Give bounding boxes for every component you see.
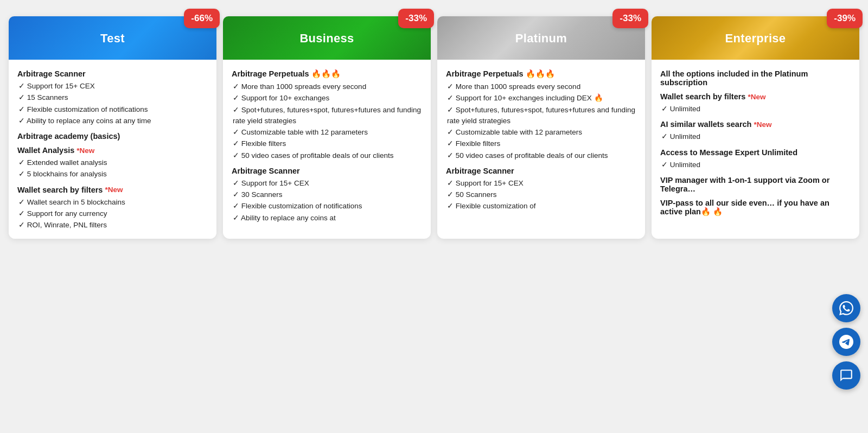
section-title-text-enterprise-1: Wallet search by filters xyxy=(660,92,745,101)
new-badge-enterprise-2: *New xyxy=(754,120,771,129)
card-enterprise: -39%EnterpriseAll the options included i… xyxy=(652,16,859,239)
section-title-text-test-3: Wallet search by filters xyxy=(17,186,103,194)
feature-item-platinum-1-2: ✓ Flexible customization of xyxy=(446,201,636,212)
feature-item-enterprise-3-0: ✓ Unlimited xyxy=(660,160,851,170)
section-title-text-enterprise-0: All the options included in the Platinum… xyxy=(660,69,851,87)
telegram-fab[interactable] xyxy=(832,328,860,356)
section-title-test-0: Arbitrage Scanner xyxy=(17,69,208,78)
discount-badge-business: -33% xyxy=(398,9,434,28)
discount-badge-platinum: -33% xyxy=(612,9,648,28)
section-title-enterprise-1: Wallet search by filters *New xyxy=(660,92,851,101)
section-title-text-test-0: Arbitrage Scanner xyxy=(17,69,86,78)
card-platinum: -33%PlatinumArbitrage Perpetuals 🔥🔥🔥✓ Mo… xyxy=(437,16,645,239)
section-title-text-business-0: Arbitrage Perpetuals 🔥🔥🔥 xyxy=(232,69,341,79)
new-badge-test-2: *New xyxy=(76,147,94,155)
section-title-test-3: Wallet search by filters *New xyxy=(17,186,208,194)
feature-item-business-0-2: ✓ Spot+futures, futures+spot, futures+fu… xyxy=(232,105,422,127)
new-badge-enterprise-1: *New xyxy=(748,93,765,101)
card-header-business: -33%Business xyxy=(223,16,431,60)
feature-item-enterprise-1-0: ✓ Unlimited xyxy=(660,104,851,114)
section-title-business-1: Arbitrage Scanner xyxy=(232,167,422,175)
feature-item-business-0-5: ✓ 50 video cases of profitable deals of … xyxy=(232,150,422,161)
feature-item-test-3-2: ✓ ROI, Winrate, PNL filters xyxy=(17,220,208,231)
feature-item-business-0-4: ✓ Flexible filters xyxy=(232,138,422,149)
card-body-business: Arbitrage Perpetuals 🔥🔥🔥✓ More than 1000… xyxy=(223,60,431,232)
card-body-test: Arbitrage Scanner✓ Support for 15+ CEX✓ … xyxy=(9,60,216,239)
feature-item-business-1-0: ✓ Support for 15+ CEX xyxy=(232,178,422,189)
section-title-text-test-1: Arbitrage academy (basics) xyxy=(17,132,120,141)
section-title-enterprise-4: VIP manager with 1-on-1 support via Zoom… xyxy=(660,176,851,193)
section-title-text-enterprise-2: AI similar wallets search xyxy=(660,120,751,129)
feature-item-business-1-2: ✓ Flexible customization of notification… xyxy=(232,201,422,212)
feature-item-platinum-1-1: ✓ 50 Scanners xyxy=(446,189,636,200)
card-title-enterprise: Enterprise xyxy=(725,31,786,46)
feature-item-test-0-3: ✓ Ability to replace any coins at any ti… xyxy=(17,116,208,126)
section-title-text-enterprise-4: VIP manager with 1-on-1 support via Zoom… xyxy=(660,176,851,193)
section-title-text-test-2: Wallet Analysis xyxy=(17,146,74,155)
card-title-business: Business xyxy=(299,31,354,46)
feature-item-test-3-1: ✓ Support for any currency xyxy=(17,208,208,219)
card-title-platinum: Platinum xyxy=(515,31,567,46)
card-title-test: Test xyxy=(100,31,125,46)
pricing-page: -66%TestArbitrage Scanner✓ Support for 1… xyxy=(0,0,868,250)
feature-item-business-0-1: ✓ Support for 10+ exchanges xyxy=(232,93,422,104)
discount-badge-enterprise: -39% xyxy=(827,9,863,28)
feature-item-test-0-2: ✓ Flexible customization of notification… xyxy=(17,104,208,115)
feature-item-test-3-0: ✓ Wallet search in 5 blockchains xyxy=(17,197,208,208)
section-title-text-platinum-1: Arbitrage Scanner xyxy=(446,167,514,175)
card-body-enterprise: All the options included in the Platinum… xyxy=(652,60,859,227)
section-title-text-enterprise-3: Access to Message Expert Unlimited xyxy=(660,148,797,157)
feature-item-business-1-3: ✓ Ability to replace any coins at xyxy=(232,213,422,224)
whatsapp-fab[interactable] xyxy=(832,294,860,322)
section-title-enterprise-5: VIP-pass to all our side even… if you ha… xyxy=(660,199,851,217)
card-header-test: -66%Test xyxy=(9,16,216,60)
section-title-platinum-1: Arbitrage Scanner xyxy=(446,167,636,175)
section-title-platinum-0: Arbitrage Perpetuals 🔥🔥🔥 xyxy=(446,69,636,79)
section-title-text-enterprise-5: VIP-pass to all our side even… if you ha… xyxy=(660,199,851,217)
feature-item-platinum-1-0: ✓ Support for 15+ CEX xyxy=(446,178,636,189)
feature-item-test-0-0: ✓ Support for 15+ CEX xyxy=(17,81,208,92)
section-title-text-business-1: Arbitrage Scanner xyxy=(232,167,300,175)
section-title-business-0: Arbitrage Perpetuals 🔥🔥🔥 xyxy=(232,69,422,79)
feature-item-platinum-0-1: ✓ Support for 10+ exchanges including DE… xyxy=(446,93,636,104)
section-title-enterprise-2: AI similar wallets search *New xyxy=(660,120,851,129)
feature-item-platinum-0-0: ✓ More than 1000 spreads every second xyxy=(446,81,636,92)
feature-item-test-2-1: ✓ 5 blockhains for analysis xyxy=(17,169,208,180)
feature-item-test-0-1: ✓ 15 Scanners xyxy=(17,92,208,103)
section-title-text-platinum-0: Arbitrage Perpetuals 🔥🔥🔥 xyxy=(446,69,555,79)
card-business: -33%BusinessArbitrage Perpetuals 🔥🔥🔥✓ Mo… xyxy=(223,16,431,239)
feature-item-platinum-0-3: ✓ Customizable table with 12 parameters xyxy=(446,127,636,138)
section-title-test-1: Arbitrage academy (basics) xyxy=(17,132,208,141)
section-title-test-2: Wallet Analysis *New xyxy=(17,146,208,155)
section-title-enterprise-0: All the options included in the Platinum… xyxy=(660,69,851,87)
fab-container xyxy=(832,294,860,390)
discount-badge-test: -66% xyxy=(184,9,220,28)
feature-item-enterprise-2-0: ✓ Unlimited xyxy=(660,131,851,142)
chat-fab[interactable] xyxy=(832,361,860,390)
card-test: -66%TestArbitrage Scanner✓ Support for 1… xyxy=(9,16,216,239)
section-title-enterprise-3: Access to Message Expert Unlimited xyxy=(660,148,851,157)
feature-item-test-2-0: ✓ Extended wallet analysis xyxy=(17,157,208,168)
feature-item-platinum-0-5: ✓ 50 video cases of profitable deals of … xyxy=(446,150,636,161)
card-header-platinum: -33%Platinum xyxy=(437,16,645,60)
feature-item-business-1-1: ✓ 30 Scanners xyxy=(232,189,422,200)
feature-item-business-0-0: ✓ More than 1000 spreads every second xyxy=(232,81,422,92)
new-badge-test-3: *New xyxy=(105,186,123,194)
feature-item-platinum-0-2: ✓ Spot+futures, futures+spot, futures+fu… xyxy=(446,105,636,127)
feature-item-platinum-0-4: ✓ Flexible filters xyxy=(446,138,636,149)
feature-item-business-0-3: ✓ Customizable table with 12 parameters xyxy=(232,127,422,138)
card-header-enterprise: -39%Enterprise xyxy=(652,16,859,60)
card-body-platinum: Arbitrage Perpetuals 🔥🔥🔥✓ More than 1000… xyxy=(437,60,645,220)
